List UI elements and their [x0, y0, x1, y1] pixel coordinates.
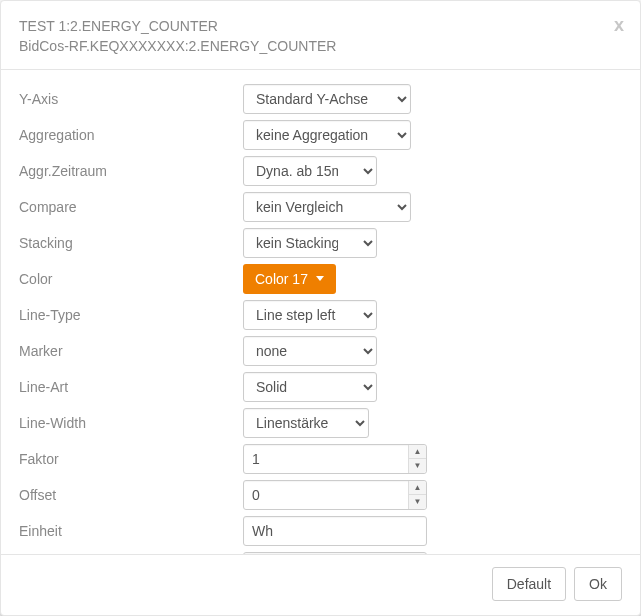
faktor-input[interactable]	[243, 444, 427, 474]
offset-spinner: ▲ ▼	[408, 481, 426, 509]
row-line-art: Line-Art Solid	[19, 372, 622, 402]
offset-input[interactable]	[243, 480, 427, 510]
close-icon[interactable]: x	[614, 15, 624, 36]
compare-select[interactable]: kein Vergleich	[243, 192, 411, 222]
row-line-width: Line-Width Linenstärke 2	[19, 408, 622, 438]
label-line-type: Line-Type	[19, 307, 243, 323]
label-aggr-period: Aggr.Zeitraum	[19, 163, 243, 179]
color-picker-label: Color 17	[255, 271, 308, 287]
dialog-body: Y-Axis Standard Y-Achse Aggregation kein…	[1, 70, 640, 554]
ok-button[interactable]: Ok	[574, 567, 622, 601]
dialog-footer: Default Ok	[1, 554, 640, 615]
einheit-input[interactable]	[243, 516, 427, 546]
label-yaxis: Y-Axis	[19, 91, 243, 107]
dialog-title: TEST 1:2.ENERGY_COUNTER BidCos-RF.KEQXXX…	[19, 16, 622, 57]
label-einheit: Einheit	[19, 523, 243, 539]
label-color: Color	[19, 271, 243, 287]
row-line-type: Line-Type Line step left	[19, 300, 622, 330]
series-settings-dialog: TEST 1:2.ENERGY_COUNTER BidCos-RF.KEQXXX…	[0, 0, 641, 616]
marker-select[interactable]: none	[243, 336, 377, 366]
row-color: Color Color 17	[19, 264, 622, 294]
line-art-select[interactable]: Solid	[243, 372, 377, 402]
row-aggr-period: Aggr.Zeitraum Dyna. ab 15min.	[19, 156, 622, 186]
faktor-step-down[interactable]: ▼	[409, 459, 426, 473]
stacking-select[interactable]: kein Stacking	[243, 228, 377, 258]
label-offset: Offset	[19, 487, 243, 503]
line-type-select[interactable]: Line step left	[243, 300, 377, 330]
label-marker: Marker	[19, 343, 243, 359]
label-line-art: Line-Art	[19, 379, 243, 395]
label-faktor: Faktor	[19, 451, 243, 467]
line-width-select[interactable]: Linenstärke 2	[243, 408, 369, 438]
faktor-step-up[interactable]: ▲	[409, 445, 426, 460]
yaxis-select[interactable]: Standard Y-Achse	[243, 84, 411, 114]
label-compare: Compare	[19, 199, 243, 215]
row-einheit: Einheit	[19, 516, 622, 546]
default-button[interactable]: Default	[492, 567, 566, 601]
aggregation-select[interactable]: keine Aggregation	[243, 120, 411, 150]
row-offset: Offset ▲ ▼	[19, 480, 622, 510]
offset-step-down[interactable]: ▼	[409, 495, 426, 509]
offset-step-up[interactable]: ▲	[409, 481, 426, 496]
row-faktor: Faktor ▲ ▼	[19, 444, 622, 474]
dialog-title-line1: TEST 1:2.ENERGY_COUNTER	[19, 18, 218, 34]
label-stacking: Stacking	[19, 235, 243, 251]
color-picker-button[interactable]: Color 17	[243, 264, 336, 294]
label-line-width: Line-Width	[19, 415, 243, 431]
label-aggregation: Aggregation	[19, 127, 243, 143]
row-compare: Compare kein Vergleich	[19, 192, 622, 222]
faktor-spinner: ▲ ▼	[408, 445, 426, 473]
row-aggregation: Aggregation keine Aggregation	[19, 120, 622, 150]
aggr-period-select[interactable]: Dyna. ab 15min.	[243, 156, 377, 186]
row-marker: Marker none	[19, 336, 622, 366]
row-stacking: Stacking kein Stacking	[19, 228, 622, 258]
dialog-header: TEST 1:2.ENERGY_COUNTER BidCos-RF.KEQXXX…	[1, 1, 640, 70]
dialog-title-line2: BidCos-RF.KEQXXXXXXX:2.ENERGY_COUNTER	[19, 38, 336, 54]
chevron-down-icon	[316, 276, 324, 281]
row-yaxis: Y-Axis Standard Y-Achse	[19, 84, 622, 114]
